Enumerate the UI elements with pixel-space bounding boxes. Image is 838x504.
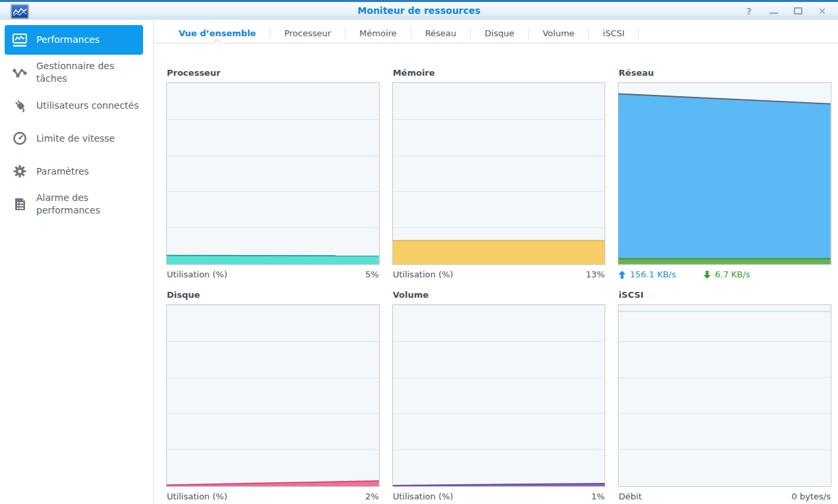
- overview-grid: ProcesseurUtilisation (%)5%MémoireUtilis…: [154, 43, 838, 504]
- disque-chart: [166, 304, 380, 487]
- reseau-footer: 156.1 KB/s6.7 KB/s: [618, 269, 831, 279]
- sidebar: Performances Gestionnaire des tâches: [0, 20, 154, 504]
- sidebar-item-label: Alarme des performances: [36, 192, 146, 217]
- tab-iscsi[interactable]: iSCSI: [589, 24, 638, 43]
- sidebar-item-label: Paramètres: [36, 165, 89, 178]
- sidebar-item-label: Limite de vitesse: [36, 132, 115, 145]
- footer-value: 0 bytes/s: [792, 491, 831, 501]
- panel-reseau: Réseau156.1 KB/s6.7 KB/s: [618, 68, 831, 279]
- panel-title-reseau: Réseau: [618, 68, 831, 78]
- sidebar-item-label: Performances: [36, 34, 100, 46]
- tab-memoire[interactable]: Mémoire: [345, 24, 411, 43]
- tab-reseau[interactable]: Réseau: [411, 24, 470, 43]
- sidebar-item-limite-de-vitesse[interactable]: Limite de vitesse: [0, 122, 153, 155]
- window-title: Moniteur de ressources: [0, 2, 838, 20]
- network-download-stat: 6.7 KB/s: [703, 269, 750, 279]
- network-download-area: [618, 259, 831, 264]
- iscsi-chart: [618, 304, 831, 487]
- network-download-value: 6.7 KB/s: [715, 269, 750, 279]
- titlebar: Moniteur de ressources ? ✕: [0, 0, 838, 20]
- footer-label: Utilisation (%): [393, 269, 454, 279]
- sidebar-item-label: Gestionnaire des tâches: [36, 60, 146, 85]
- footer-label: Utilisation (%): [167, 491, 227, 501]
- sidebar-item-performances[interactable]: Performances: [5, 25, 143, 55]
- panel-disque: DisqueUtilisation (%)2%: [166, 290, 380, 501]
- cpu-usage-area-edge: [167, 256, 379, 256]
- speed-limit-gauge-icon: [12, 131, 29, 146]
- network-upload-area: [618, 94, 831, 265]
- tab-bar: Vue d’ensembleProcesseurMémoireRéseauDis…: [154, 24, 838, 43]
- panel-title-processeur: Processeur: [167, 68, 380, 78]
- down-arrow-icon: [703, 271, 711, 279]
- footer-label: Utilisation (%): [393, 491, 454, 501]
- cpu-usage-area: [167, 256, 379, 264]
- tab-separator: [638, 28, 639, 39]
- panel-memoire: MémoireUtilisation (%)13%: [392, 68, 606, 279]
- tab-disque[interactable]: Disque: [471, 24, 528, 43]
- performance-chart-icon: [12, 33, 29, 47]
- tab-volume[interactable]: Volume: [529, 24, 588, 43]
- iscsi-footer: Débit0 bytes/s: [618, 491, 831, 501]
- panel-title-iscsi: iSCSI: [618, 290, 831, 300]
- processeur-footer: Utilisation (%)5%: [166, 269, 380, 279]
- footer-value: 13%: [585, 269, 605, 279]
- main-area: Vue d’ensembleProcesseurMémoireRéseauDis…: [154, 20, 838, 504]
- footer-label: Utilisation (%): [167, 269, 227, 279]
- footer-value: 2%: [365, 491, 379, 501]
- volume-footer: Utilisation (%)1%: [392, 491, 606, 501]
- minimize-icon: [769, 13, 778, 14]
- maximize-button[interactable]: [793, 6, 803, 16]
- sidebar-item-alarme-des-performances[interactable]: Alarme des performances: [0, 188, 153, 221]
- footer-label: Débit: [618, 491, 642, 501]
- connected-users-plug-icon: [12, 98, 29, 113]
- panel-title-volume: Volume: [393, 290, 606, 300]
- panel-iscsi: iSCSIDébit0 bytes/s: [618, 290, 831, 501]
- tab-processeur[interactable]: Processeur: [270, 24, 345, 43]
- volume-chart: [392, 304, 606, 487]
- close-button[interactable]: ✕: [817, 6, 827, 16]
- minimize-button[interactable]: [768, 6, 779, 16]
- panel-processeur: ProcesseurUtilisation (%)5%: [166, 68, 380, 279]
- resource-monitor-window: Moniteur de ressources ? ✕ Performances: [0, 0, 838, 504]
- memoire-footer: Utilisation (%)13%: [392, 269, 606, 279]
- sidebar-item-gestionnaire-des-taches[interactable]: Gestionnaire des tâches: [0, 56, 153, 89]
- panel-title-disque: Disque: [167, 290, 380, 300]
- panel-volume: VolumeUtilisation (%)1%: [392, 290, 606, 501]
- footer-value: 1%: [591, 491, 605, 501]
- memoire-chart: [392, 82, 606, 265]
- processeur-chart: [166, 82, 380, 265]
- settings-gear-icon: [12, 164, 29, 179]
- sidebar-item-label: Utilisateurs connectés: [36, 99, 138, 112]
- help-button[interactable]: ?: [744, 6, 754, 16]
- up-arrow-icon: [618, 271, 626, 279]
- memory-usage-area: [393, 240, 605, 264]
- reseau-chart: [618, 82, 831, 265]
- window-controls: ? ✕: [744, 2, 827, 20]
- panel-title-memoire: Mémoire: [393, 68, 606, 78]
- network-upload-value: 156.1 KB/s: [630, 269, 676, 279]
- disque-footer: Utilisation (%)2%: [166, 491, 380, 501]
- sidebar-item-utilisateurs-connectes[interactable]: Utilisateurs connectés: [0, 89, 153, 122]
- performance-alarm-icon: [12, 197, 29, 211]
- task-manager-icon: [12, 65, 29, 80]
- footer-value: 5%: [365, 269, 379, 279]
- sidebar-item-parametres[interactable]: Paramètres: [0, 155, 153, 188]
- network-upload-stat: 156.1 KB/s: [618, 269, 676, 279]
- maximize-icon: [794, 7, 802, 14]
